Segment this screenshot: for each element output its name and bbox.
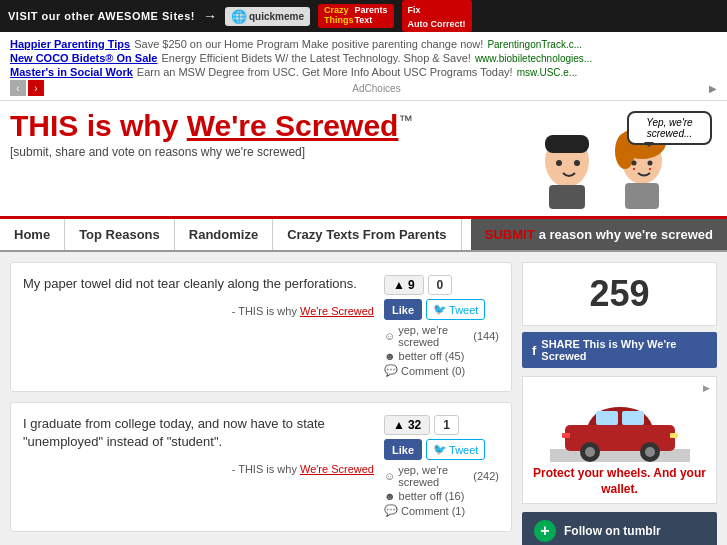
svg-point-18	[585, 447, 595, 457]
post-2-comment[interactable]: 💬 Comment (1)	[384, 504, 499, 517]
post-2-actions: ▲ 32 1 Like 🐦 Tweet ☺ yep, we'	[384, 415, 499, 519]
sidebar-ad: ▶ Pr	[522, 376, 717, 504]
post-1-better: ☻ better off (45)	[384, 350, 499, 362]
post-1-vote-up[interactable]: ▲ 9	[384, 275, 424, 295]
header-left: THIS is why We're Screwed™ [submit, shar…	[10, 111, 487, 159]
post-1-tweet[interactable]: 🐦 Tweet	[426, 299, 485, 320]
svg-point-3	[574, 160, 580, 166]
ad-triangle-icon: ▶	[703, 383, 710, 393]
svg-rect-15	[596, 411, 618, 425]
ad-choices: AdChoices	[352, 83, 400, 94]
post-1-credit-link[interactable]: We're Screwed	[300, 305, 374, 317]
nav-arrows: ‹ ›	[10, 80, 44, 96]
header-illustration: Yep, we're screwed...	[487, 111, 717, 211]
sidebar-ad-text: Protect your wheels. And your wallet.	[529, 466, 710, 497]
svg-point-11	[649, 168, 651, 170]
arrow-icon: →	[203, 8, 217, 24]
site-title: THIS is why We're Screwed™	[10, 111, 487, 141]
svg-rect-4	[549, 185, 585, 209]
post-2-better: ☻ better off (16)	[384, 490, 499, 502]
tumblr-label: Follow on tumblr	[564, 524, 661, 538]
ad-link-3[interactable]: Master's in Social Work	[10, 66, 133, 78]
ad-row-3: Master's in Social Work Earn an MSW Degr…	[10, 66, 717, 78]
better-icon: ☻	[384, 350, 396, 362]
top-bar: VISIT our other AWESOME Sites! → 🌐 quick…	[0, 0, 727, 32]
post-1-credit: - THIS is why We're Screwed	[23, 305, 374, 317]
ad-text-1: Save $250 on our Home Program Make posit…	[134, 38, 483, 50]
post-2-yep: ☺ yep, we're screwed (242)	[384, 464, 499, 488]
post-1-vote-count: 9	[408, 278, 415, 292]
post-2-vote-count: 32	[408, 418, 421, 432]
fb-icon: f	[532, 343, 536, 358]
post-2-text: I graduate from college today, and now h…	[23, 415, 374, 451]
crazy-things-badge[interactable]: CrazyThings ParentsText	[318, 4, 394, 28]
visit-text: VISIT our other AWESOME Sites!	[8, 10, 195, 22]
ad-text-3: Earn an MSW Degree from USC. Get More In…	[137, 66, 513, 78]
header: THIS is why We're Screwed™ [submit, shar…	[0, 101, 727, 219]
ad-link-1[interactable]: Happier Parenting Tips	[10, 38, 130, 50]
ad-indicator: ▶	[529, 383, 710, 393]
post-2-credit-link[interactable]: We're Screwed	[300, 463, 374, 475]
yep-icon: ☺	[384, 330, 395, 342]
speech-bubble: Yep, we're screwed...	[627, 111, 712, 145]
post-1-comment[interactable]: 💬 Comment (0)	[384, 364, 499, 377]
post-2-text-area: I graduate from college today, and now h…	[23, 415, 374, 519]
submit-word: SUBMIT	[485, 227, 535, 242]
site-subtitle: [submit, share and vote on reasons why w…	[10, 145, 487, 159]
nav-top-reasons[interactable]: Top Reasons	[65, 219, 175, 250]
post-1-actions: ▲ 9 0 Like 🐦 Tweet ☺ yep, we'r	[384, 275, 499, 379]
svg-rect-12	[625, 183, 659, 209]
post-1-fb-like[interactable]: Like	[384, 299, 422, 320]
nav-submit-button[interactable]: SUBMIT a reason why we're screwed	[471, 219, 727, 250]
quickmeme-badge[interactable]: 🌐 quickmeme	[225, 7, 310, 26]
svg-rect-22	[562, 433, 570, 438]
post-2-tweet[interactable]: 🐦 Tweet	[426, 439, 485, 460]
nav-next-button[interactable]: ›	[28, 80, 44, 96]
post-2-vote-up[interactable]: ▲ 32	[384, 415, 430, 435]
post-2-credit: - THIS is why We're Screwed	[23, 463, 374, 475]
post-card-2: I graduate from college today, and now h…	[10, 402, 512, 532]
post-1-yep: ☺ yep, we're screwed (144)	[384, 324, 499, 348]
ad-row-1: Happier Parenting Tips Save $250 on our …	[10, 38, 717, 50]
better-icon-2: ☻	[384, 490, 396, 502]
bird-icon: 🐦	[433, 303, 447, 316]
title-part2: We're Screwed	[187, 109, 399, 142]
ad-link-2[interactable]: New COCO Bidets® On Sale	[10, 52, 157, 64]
post-1-text-area: My paper towel did not tear cleanly alon…	[23, 275, 374, 379]
sidebar-share-button[interactable]: f SHARE This is Why We're Screwed	[522, 332, 717, 368]
nav: Home Top Reasons Randomize Crazy Texts F…	[0, 219, 727, 252]
autocorrect-label: FixAuto Correct!	[408, 5, 466, 29]
crazy-label: CrazyThings	[324, 6, 354, 26]
yep-icon-2: ☺	[384, 470, 395, 482]
autocorrect-badge[interactable]: FixAuto Correct!	[402, 0, 472, 32]
svg-point-9	[648, 161, 653, 166]
post-2-score: 1	[434, 415, 459, 435]
post-2-fb-like[interactable]: Like	[384, 439, 422, 460]
comment-icon-1: 💬	[384, 364, 398, 377]
post-1-score: 0	[428, 275, 453, 295]
main: My paper towel did not tear cleanly alon…	[0, 252, 727, 545]
ad-bar: Happier Parenting Tips Save $250 on our …	[0, 32, 727, 101]
bird-icon-2: 🐦	[433, 443, 447, 456]
nav-crazy-texts[interactable]: Crazy Texts From Parents	[273, 219, 461, 250]
sidebar: 259 f SHARE This is Why We're Screwed ▶	[522, 262, 717, 545]
post-1-text: My paper towel did not tear cleanly alon…	[23, 275, 374, 293]
nav-randomize[interactable]: Randomize	[175, 219, 273, 250]
sidebar-tumblr-button[interactable]: + Follow on tumblr	[522, 512, 717, 545]
nav-prev-button[interactable]: ‹	[10, 80, 26, 96]
post-card-1: My paper towel did not tear cleanly alon…	[10, 262, 512, 392]
car-illustration	[550, 397, 690, 462]
nav-home[interactable]: Home	[0, 219, 65, 250]
content: My paper towel did not tear cleanly alon…	[10, 262, 512, 545]
ad-url-1: ParentingonTrack.c...	[487, 39, 582, 50]
ad-url-3: msw.USC.e...	[517, 67, 578, 78]
quickmeme-globe-icon: 🌐	[231, 9, 247, 24]
svg-point-20	[645, 447, 655, 457]
quickmeme-label: quickmeme	[249, 11, 304, 22]
plus-icon: +	[534, 520, 556, 542]
svg-rect-21	[670, 433, 678, 438]
ad-choices-icon: ▶	[709, 83, 717, 94]
title-part1: THIS is why	[10, 109, 187, 142]
svg-point-8	[632, 161, 637, 166]
parents-label: ParentsText	[354, 6, 387, 26]
